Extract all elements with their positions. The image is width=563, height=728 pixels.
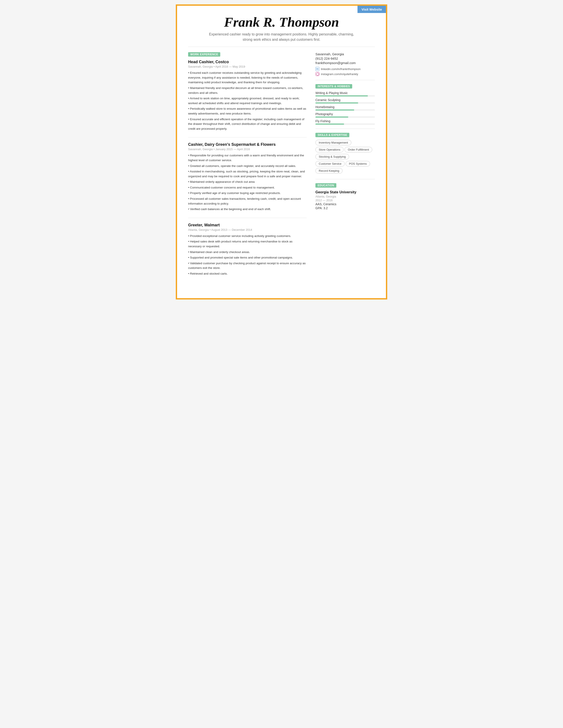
bullet-item: • Greeted all customers, operate the cas… xyxy=(188,164,307,168)
education-section: EDUCATION Georgia State University Atlan… xyxy=(315,183,375,210)
instagram-icon: ◯ xyxy=(315,72,319,76)
edu-years: 2012 — 2016 xyxy=(315,199,375,202)
interests-label: INTERESTS & HOBBIES xyxy=(315,84,352,89)
edu-location: Atlanta, Georgia xyxy=(315,195,375,198)
candidate-name: Frank R. Thompson xyxy=(188,15,375,30)
bullet-item: • Processed all customer sales transacti… xyxy=(188,196,307,206)
skill-tag: Record Keeping xyxy=(315,168,343,174)
skills-label: SKILLS & EXPERTISE xyxy=(315,133,349,137)
hobby-bar-bg xyxy=(315,102,375,103)
job-title: Cashier, Dairy Green's Supermarket & Flo… xyxy=(188,142,307,147)
bullet-item: • Helped sales desk with product returns… xyxy=(188,239,307,249)
hobby-name: Photography xyxy=(315,112,375,116)
main-content: WORK EXPERIENCE Head Cashier, CostcoSava… xyxy=(188,52,375,287)
hobby-bar-fill xyxy=(315,116,348,118)
instagram-url: instagram.com/in/quitefrankly xyxy=(321,72,358,76)
left-column: WORK EXPERIENCE Head Cashier, CostcoSava… xyxy=(188,52,307,287)
work-experience-label: WORK EXPERIENCE xyxy=(188,52,220,57)
bullet-item: • Maintained orderly appearance of check… xyxy=(188,179,307,184)
skill-tag: Customer Service xyxy=(315,161,345,166)
bullet-item: • Maintained clean and orderly checkout … xyxy=(188,250,307,255)
header-section: Frank R. Thompson Experienced cashier re… xyxy=(188,15,375,47)
hobbies-container: Writing & Playing MusicCeramic Sculpting… xyxy=(315,91,375,125)
hobby-name: Ceramic Sculpting xyxy=(315,98,375,102)
skills-container: Inventory ManagementStore OperationsOrde… xyxy=(315,140,375,175)
hobby-bar-fill xyxy=(315,124,344,125)
job-block: Cashier, Dairy Green's Supermarket & Flo… xyxy=(188,142,307,218)
contact-city: Savannah, Georgia xyxy=(315,52,375,56)
right-column: Savannah, Georgia (912) 224-9452 frankth… xyxy=(315,52,375,287)
jobs-container: Head Cashier, CostcoSavannah, Georgia • … xyxy=(188,60,307,282)
bullet-item: • Periodically walked store to ensure aw… xyxy=(188,106,307,116)
hobby-item: Homebrewing xyxy=(315,105,375,111)
job-meta: Atlanta, Georgia • August 2013 — Decembe… xyxy=(188,228,307,231)
linkedin-url: linkedin.com/in/frankrthompson xyxy=(321,67,361,71)
skill-tag: Store Operations xyxy=(315,147,344,152)
edu-university: Georgia State University xyxy=(315,190,375,194)
contact-email: frankthompson@gmail.com xyxy=(315,61,375,65)
bullet-item: • Ensured accurate and efficient operati… xyxy=(188,117,307,131)
job-bullets: • Ensured each customer receives outstan… xyxy=(188,70,307,131)
skills-section: SKILLS & EXPERTISE Inventory ManagementS… xyxy=(315,133,375,175)
job-bullets: • Provided exceptional customer service … xyxy=(188,234,307,276)
linkedin-icon: in xyxy=(315,67,319,71)
edu-degree: AAS, Ceramics xyxy=(315,202,375,206)
bullet-item: • Properly verified age of any customer … xyxy=(188,191,307,196)
job-title: Head Cashier, Costco xyxy=(188,60,307,64)
hobby-bar-bg xyxy=(315,124,375,125)
skill-tag: Inventory Management xyxy=(315,140,351,145)
bullet-item: • Assisted in merchandising, such as sto… xyxy=(188,169,307,179)
visit-website-button[interactable]: Visit Website xyxy=(357,6,386,13)
bullet-item: • Responsible for providing our customer… xyxy=(188,153,307,163)
hobby-bar-bg xyxy=(315,95,375,96)
hobby-item: Writing & Playing Music xyxy=(315,91,375,96)
hobby-item: Photography xyxy=(315,112,375,118)
instagram-link[interactable]: ◯ instagram.com/in/quitefrankly xyxy=(315,72,375,76)
education-label: EDUCATION xyxy=(315,183,336,188)
skill-tag: Order Fulfillment xyxy=(344,147,372,152)
job-block: Greeter, WalmartAtlanta, Georgia • Augus… xyxy=(188,223,307,282)
edu-gpa: GPA: 3.2 xyxy=(315,206,375,210)
skill-tag: POS Systems xyxy=(346,161,370,166)
job-block: Head Cashier, CostcoSavannah, Georgia • … xyxy=(188,60,307,137)
job-meta: Savannah, Georgia • January 2015 — April… xyxy=(188,148,307,151)
interests-section: INTERESTS & HOBBIES Writing & Playing Mu… xyxy=(315,84,375,125)
hobby-bar-bg xyxy=(315,116,375,118)
skill-tag: Stocking & Supplying xyxy=(315,154,349,159)
job-meta: Savannah, Georgia • April 2016 — May 201… xyxy=(188,65,307,68)
hobby-name: Fly Fishing xyxy=(315,119,375,123)
job-title: Greeter, Walmart xyxy=(188,223,307,227)
hobby-item: Fly Fishing xyxy=(315,119,375,125)
bullet-item: • Maintained friendly and respectful dec… xyxy=(188,86,307,95)
hobby-bar-fill xyxy=(315,95,368,96)
hobby-bar-bg xyxy=(315,109,375,111)
bullet-item: • Arrived to work station on time, appro… xyxy=(188,96,307,105)
bullet-item: • Supported and promoted special sale it… xyxy=(188,255,307,260)
contact-phone: (912) 224-9452 xyxy=(315,57,375,60)
bullet-item: • Retrieved and stocked carts. xyxy=(188,271,307,276)
linkedin-link[interactable]: in linkedin.com/in/frankrthompson xyxy=(315,67,375,71)
hobby-bar-fill xyxy=(315,102,358,103)
hobby-item: Ceramic Sculpting xyxy=(315,98,375,103)
bullet-item: • Verified cash balances at the beginnin… xyxy=(188,207,307,212)
bullet-item: • Provided exceptional customer service … xyxy=(188,234,307,238)
candidate-tagline: Experienced cashier ready to grow into m… xyxy=(204,32,359,42)
contact-info: Savannah, Georgia (912) 224-9452 frankth… xyxy=(315,52,375,76)
job-bullets: • Responsible for providing our customer… xyxy=(188,153,307,212)
bullet-item: • Validated customer purchase by checkin… xyxy=(188,261,307,270)
hobby-name: Writing & Playing Music xyxy=(315,91,375,95)
bullet-item: • Ensured each customer receives outstan… xyxy=(188,70,307,85)
resume-document: Visit Website Frank R. Thompson Experien… xyxy=(176,4,387,299)
bullet-item: • Communicated customer concerns and req… xyxy=(188,185,307,190)
hobby-bar-fill xyxy=(315,109,354,111)
hobby-name: Homebrewing xyxy=(315,105,375,109)
